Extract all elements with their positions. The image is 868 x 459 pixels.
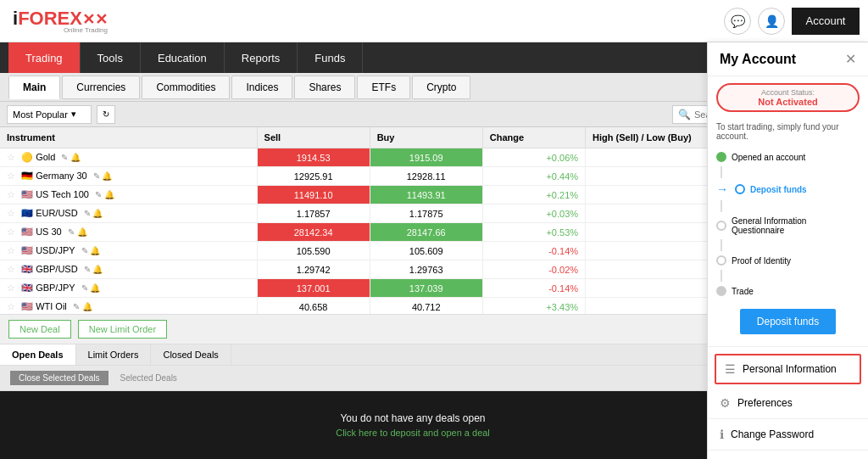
step-deposit-funds: → Deposit funds <box>716 178 860 200</box>
step-arrow-icon: → <box>716 182 728 196</box>
sell-cell[interactable]: 28142.34 <box>257 223 370 242</box>
sell-cell[interactable]: 1.17857 <box>257 204 370 223</box>
tab-currencies[interactable]: Currencies <box>62 76 140 99</box>
chat-icon-button[interactable]: 💬 <box>724 8 751 35</box>
instrument-cell: ☆ 🇺🇸 USD/JPY ✎ 🔔 <box>0 242 257 260</box>
tab-commodities[interactable]: Commodities <box>142 76 230 99</box>
tab-main[interactable]: Main <box>8 76 60 99</box>
step-label-general: General Information Questionnaire <box>732 216 860 235</box>
search-icon: 🔍 <box>678 109 691 120</box>
nav-tools[interactable]: Tools <box>81 42 141 73</box>
instrument-cell: ☆ 🇺🇸 US Tech 100 ✎ 🔔 <box>0 186 257 204</box>
personal-information-label: Personal Information <box>743 363 837 375</box>
table-row: ☆ 🇬🇧 GBP/JPY ✎ 🔔 137.001 137.039 -0.14% … <box>0 279 826 298</box>
buy-cell[interactable]: 1.17875 <box>370 204 482 223</box>
step-line-3 <box>721 239 722 251</box>
flag-icon: 🟡 <box>21 152 33 162</box>
sidebar-close-button[interactable]: ✕ <box>845 51 856 67</box>
instrument-name[interactable]: GBP/JPY <box>36 283 75 293</box>
change-cell: +0.44% <box>482 167 585 186</box>
change-cell: +0.53% <box>482 223 585 242</box>
account-button[interactable]: Account <box>792 8 860 35</box>
buy-cell[interactable]: 1.29763 <box>370 260 482 279</box>
flag-icon: 🇩🇪 <box>21 171 33 181</box>
action-icons: ✎ 🔔 <box>81 246 101 255</box>
buy-cell[interactable]: 1915.09 <box>370 148 482 167</box>
nav-funds[interactable]: Funds <box>298 42 363 73</box>
nav-trading[interactable]: Trading <box>8 42 81 73</box>
most-popular-dropdown[interactable]: Most Popular ▾ <box>7 105 92 124</box>
instrument-name[interactable]: US 30 <box>36 227 62 237</box>
deposit-funds-button[interactable]: Deposit funds <box>740 309 836 334</box>
buy-cell[interactable]: 137.039 <box>370 279 482 298</box>
star-icon[interactable]: ☆ <box>7 283 15 293</box>
star-icon[interactable]: ☆ <box>7 264 15 274</box>
instrument-name[interactable]: Gold <box>36 152 55 162</box>
buy-cell[interactable]: 105.609 <box>370 242 482 260</box>
sell-cell[interactable]: 137.001 <box>257 279 370 298</box>
instrument-name[interactable]: GBP/USD <box>36 264 78 274</box>
deals-section: Open Deals Limit Orders Closed Deals Clo… <box>0 344 826 459</box>
tab-crypto[interactable]: Crypto <box>412 76 470 99</box>
tab-limit-orders[interactable]: Limit Orders <box>76 344 152 365</box>
account-status-box: Account Status: Not Activated <box>716 83 860 112</box>
personal-information-menu-item[interactable]: ☰ Personal Information <box>715 354 861 384</box>
instrument-name[interactable]: USD/JPY <box>36 245 75 255</box>
sell-cell[interactable]: 1914.53 <box>257 148 370 167</box>
buy-cell[interactable]: 11493.91 <box>370 186 482 204</box>
star-icon[interactable]: ☆ <box>7 189 15 199</box>
account-sidebar: My Account ✕ Account Status: Not Activat… <box>707 42 868 459</box>
step-line-4 <box>721 270 722 282</box>
tab-open-deals[interactable]: Open Deals <box>0 344 76 365</box>
step-opened-account: Opened an account <box>716 148 860 166</box>
instrument-name[interactable]: EUR/USD <box>36 208 78 218</box>
sell-cell[interactable]: 11491.10 <box>257 186 370 204</box>
col-sell: Sell <box>257 127 370 148</box>
star-icon[interactable]: ☆ <box>7 227 15 237</box>
col-change: Change <box>482 127 585 148</box>
refresh-button[interactable]: ↻ <box>97 105 115 124</box>
buy-cell[interactable]: 40.712 <box>370 298 482 315</box>
sidebar-header: My Account ✕ <box>708 42 868 76</box>
sell-cell[interactable]: 12925.91 <box>257 167 370 186</box>
new-deal-button[interactable]: New Deal <box>8 320 71 339</box>
deals-tabs: Open Deals Limit Orders Closed Deals <box>0 344 826 366</box>
instrument-name[interactable]: WTI Oil <box>36 301 67 311</box>
star-icon[interactable]: ☆ <box>7 245 15 255</box>
user-icon-button[interactable]: 👤 <box>758 8 785 35</box>
nav-education[interactable]: Education <box>141 42 225 73</box>
instrument-cell: ☆ 🇬🇧 GBP/JPY ✎ 🔔 <box>0 279 257 298</box>
preferences-menu-item[interactable]: ⚙ Preferences <box>708 388 868 419</box>
instrument-name[interactable]: US Tech 100 <box>36 189 89 199</box>
step-dot-opened <box>716 152 726 162</box>
step-proof-identity: Proof of Identity <box>716 251 860 270</box>
tab-closed-deals[interactable]: Closed Deals <box>151 344 231 365</box>
flag-icon: 🇬🇧 <box>21 283 33 293</box>
close-selected-deals-button[interactable]: Close Selected Deals <box>10 371 108 385</box>
star-icon[interactable]: ☆ <box>7 152 15 162</box>
tab-indices[interactable]: Indices <box>231 76 292 99</box>
action-icons: ✎ 🔔 <box>73 302 92 311</box>
table-row: ☆ 🇺🇸 USD/JPY ✎ 🔔 105.590 105.609 -0.14% … <box>0 242 826 260</box>
deals-empty-content: You do not have any deals open Click her… <box>0 391 826 459</box>
tab-shares[interactable]: Shares <box>294 76 355 99</box>
star-icon[interactable]: ☆ <box>7 171 15 181</box>
nav-reports[interactable]: Reports <box>225 42 298 73</box>
step-label-trade: Trade <box>732 287 754 296</box>
table-row: ☆ 🇩🇪 Germany 30 ✎ 🔔 12925.91 12928.11 +0… <box>0 167 826 186</box>
change-password-menu-item[interactable]: ℹ Change Password <box>708 419 868 451</box>
buy-cell[interactable]: 28147.66 <box>370 223 482 242</box>
deals-deposit-link[interactable]: Click here to deposit and open a deal <box>336 428 490 438</box>
instrument-cell: ☆ 🇺🇸 WTI Oil ✎ 🔔 <box>0 298 257 315</box>
new-limit-order-button[interactable]: New Limit Order <box>78 320 167 339</box>
sell-cell[interactable]: 1.29742 <box>257 260 370 279</box>
star-icon[interactable]: ☆ <box>7 301 15 311</box>
sell-cell[interactable]: 105.590 <box>257 242 370 260</box>
buy-cell[interactable]: 12928.11 <box>370 167 482 186</box>
instruments-table: Instrument Sell Buy Change High (Sell) /… <box>0 127 826 314</box>
sell-cell[interactable]: 40.658 <box>257 298 370 315</box>
star-icon[interactable]: ☆ <box>7 208 15 218</box>
instrument-name[interactable]: Germany 30 <box>36 171 87 181</box>
instrument-cell: ☆ 🇩🇪 Germany 30 ✎ 🔔 <box>0 167 257 186</box>
tab-etfs[interactable]: ETFs <box>357 76 410 99</box>
